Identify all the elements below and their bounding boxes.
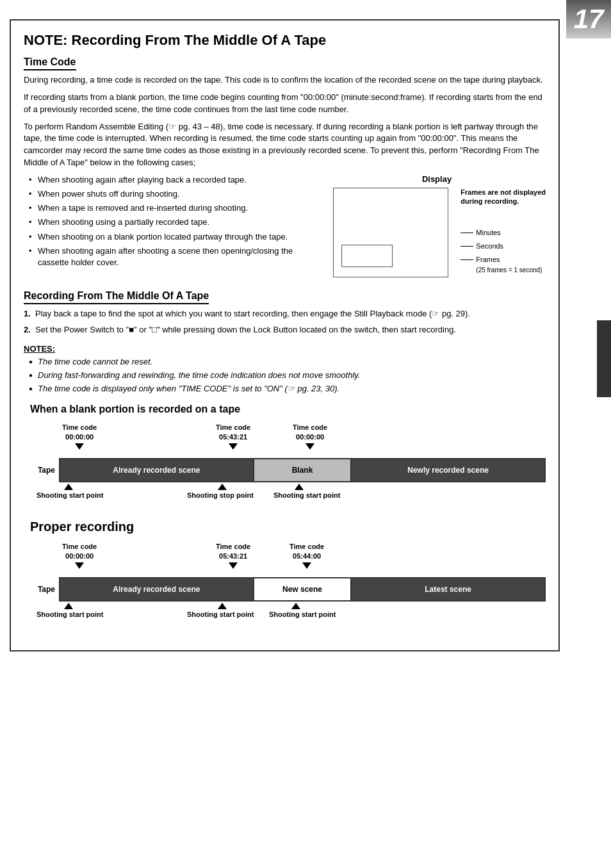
- blank-tc2-arrow: [216, 443, 250, 450]
- arrow-up-icon: [218, 484, 227, 490]
- display-label: Display: [328, 174, 546, 184]
- step-1: 1. Play back a tape to find the spot at …: [24, 308, 546, 320]
- blank-section-title: When a blank portion is recorded on a ta…: [24, 404, 546, 415]
- step-1-text: Play back a tape to find the spot at whi…: [35, 309, 470, 318]
- arrow-up-icon: [64, 603, 73, 609]
- frames-label: Frames(25 frames = 1 second): [476, 255, 542, 275]
- blank-bottom-label2: Shooting stop point: [187, 491, 254, 499]
- page-number-bar: 17: [566, 0, 611, 38]
- tape-body: Already recorded scene Blank Newly recor…: [59, 458, 546, 482]
- frames-not-displayed-note: Frames are not displayedduring recording…: [460, 188, 546, 206]
- proper-up-arrow1: [64, 602, 73, 611]
- arrow-down-icon: [75, 562, 84, 569]
- section1-para1: During recording, a time code is recorde…: [24, 74, 546, 86]
- step-2: 2. Set the Power Switch to "■" or "□" wh…: [24, 324, 546, 336]
- blank-up-arrow1: [64, 482, 73, 492]
- display-diagram-wrapper: Frames are not displayedduring recording…: [328, 188, 546, 279]
- arrow-up-icon: [218, 603, 227, 609]
- blank-up-arrow3: [295, 482, 304, 492]
- blank-up-arrow2: [218, 482, 227, 492]
- tape-label: Tape: [30, 466, 59, 475]
- blank-tc3: Time code00:00:00: [293, 423, 327, 450]
- blank-bottom-labels: Shooting start point Shooting stop point…: [62, 491, 546, 507]
- right-tab: [597, 320, 611, 397]
- note-item: The time code cannot be reset.: [29, 356, 546, 368]
- step-num-1: 1.: [24, 308, 31, 320]
- notes-heading: NOTES:: [24, 344, 546, 354]
- proper-tape-label: Tape: [30, 585, 59, 594]
- blank-tape-row: Tape Already recorded scene Blank Newly …: [30, 458, 546, 482]
- tape-cell-latest-scene: Latest scene: [352, 578, 544, 600]
- display-right-annotations: Frames are not displayedduring recording…: [460, 188, 546, 279]
- proper-bottom-label3: Shooting start point: [269, 610, 336, 618]
- blank-tc2: Time code05:43:21: [216, 423, 250, 450]
- minutes-line: [460, 233, 473, 233]
- blank-up-arrows-row: [62, 482, 546, 491]
- proper-tc1-arrow: [62, 562, 97, 569]
- section1-para2: If recording starts from a blank portion…: [24, 92, 546, 116]
- proper-up-arrow2: [218, 602, 227, 611]
- display-diagram-col: Display Frames are not displayedduring r…: [328, 174, 546, 279]
- tape-cell-newly-recorded: Newly recorded scene: [352, 459, 544, 481]
- blank-tc2-label: Time code05:43:21: [216, 423, 250, 441]
- main-title: NOTE: Recording From The Middle Of A Tap…: [24, 32, 546, 49]
- arrow-down-icon: [302, 562, 311, 569]
- bullet-list: When shooting again after playing back a…: [24, 174, 315, 268]
- proper-bottom-label2: Shooting start point: [187, 610, 254, 618]
- bullets-col: When shooting again after playing back a…: [24, 174, 315, 279]
- main-content-box: NOTE: Recording From The Middle Of A Tap…: [10, 19, 560, 651]
- list-item: When shooting again after shooting a sce…: [29, 245, 315, 268]
- section1-title: Time Code: [24, 56, 546, 70]
- blank-bottom-label3: Shooting start point: [273, 491, 340, 499]
- list-item: When shooting on a blank portion located…: [29, 231, 315, 243]
- proper-tape-row: Tape Already recorded scene New scene La…: [30, 577, 546, 602]
- list-item: When shooting again after playing back a…: [29, 174, 315, 186]
- arrow-up-icon: [64, 484, 73, 490]
- proper-tape-diagram: Time code00:00:00 Time code05:43:21 Time…: [24, 542, 546, 626]
- frames-line: [460, 259, 473, 260]
- arrow-down-icon: [75, 443, 84, 450]
- arrow-up-icon: [295, 484, 304, 490]
- blank-tc3-label: Time code00:00:00: [293, 423, 327, 441]
- two-col-layout: When shooting again after playing back a…: [24, 174, 546, 279]
- tape-cell-already-recorded2: Already recorded scene: [60, 578, 254, 600]
- proper-bottom-label1: Shooting start point: [37, 610, 103, 618]
- arrow-down-icon: [229, 562, 238, 569]
- list-item: When shooting using a partially recorded…: [29, 217, 315, 228]
- proper-up-arrows-row: [62, 602, 546, 610]
- tape-cell-already-recorded: Already recorded scene: [60, 459, 254, 481]
- section1-para3: To perform Random Assemble Editing (☞ pg…: [24, 121, 546, 169]
- list-item: When a tape is removed and re-inserted d…: [29, 202, 315, 214]
- step-num-2: 2.: [24, 324, 31, 336]
- blank-timecodes-row: Time code00:00:00 Time code05:43:21 Time…: [62, 423, 546, 458]
- blank-tc1: Time code00:00:00: [62, 423, 97, 450]
- arrow-up-icon: [291, 603, 300, 609]
- notes-list: The time code cannot be reset. During fa…: [24, 356, 546, 395]
- minutes-annotation: Minutes: [460, 228, 546, 238]
- blank-tc1-arrow: [62, 443, 97, 450]
- blank-tc1-label: Time code00:00:00: [62, 423, 97, 441]
- proper-tc3-arrow: [289, 562, 324, 569]
- blank-tape-diagram: Time code00:00:00 Time code05:43:21 Time…: [24, 423, 546, 507]
- note-item: During fast-forwarding and rewinding, th…: [29, 370, 546, 381]
- step-2-text: Set the Power Switch to "■" or "□" while…: [35, 325, 456, 334]
- list-item: When power shuts off during shooting.: [29, 188, 315, 200]
- proper-tc2-arrow: [216, 562, 250, 569]
- proper-tc3: Time code05:44:00: [289, 542, 324, 569]
- seconds-label: Seconds: [476, 242, 503, 251]
- display-inner-rect: [341, 245, 393, 267]
- frames-annotation: Frames(25 frames = 1 second): [460, 255, 546, 275]
- page-wrapper: 17 NOTE: Recording From The Middle Of A …: [0, 0, 611, 868]
- proper-section-title: Proper recording: [24, 520, 546, 534]
- proper-tc2: Time code05:43:21: [216, 542, 250, 569]
- seconds-annotation: Seconds: [460, 242, 546, 251]
- proper-tc3-label: Time code05:44:00: [289, 542, 324, 561]
- proper-bottom-labels: Shooting start point Shooting start poin…: [62, 610, 546, 626]
- blank-tc3-arrow: [293, 443, 327, 450]
- proper-up-arrow3: [291, 602, 300, 611]
- spacer1: [460, 209, 546, 228]
- proper-tc1: Time code00:00:00: [62, 542, 97, 569]
- tape-cell-new-scene: New scene: [254, 578, 352, 600]
- section2-title: Recording From The Middle Of A Tape: [24, 290, 546, 304]
- steps-list: 1. Play back a tape to find the spot at …: [24, 308, 546, 336]
